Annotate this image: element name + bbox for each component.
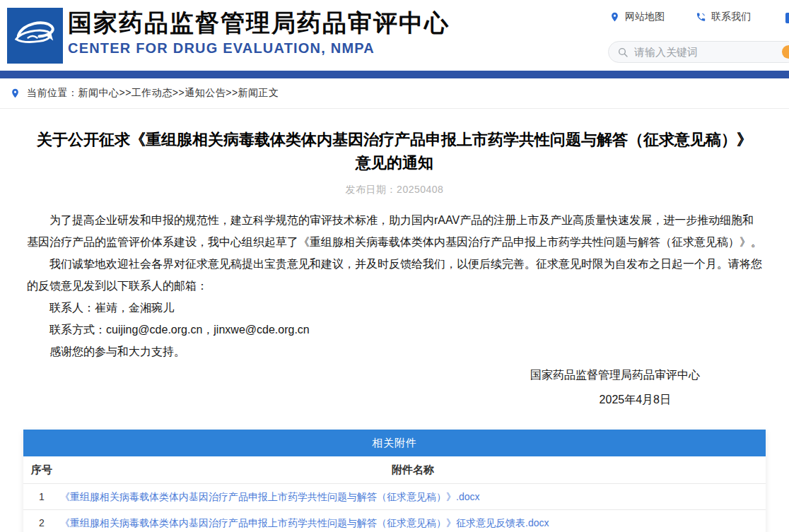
site-header: 国家药品监督管理局药品审评中心 CENTER FOR DRUG EVALUATI… — [0, 0, 789, 71]
location-pin-icon — [10, 87, 21, 100]
clipped-nav-item[interactable] — [785, 13, 789, 23]
breadcrumb-text: 当前位置：新闻中心>>工作动态>>通知公告>>新闻正文 — [27, 87, 279, 100]
signature-date: 2025年4月8日 — [27, 389, 762, 410]
attachments-header-row: 序号 附件名称 — [23, 456, 766, 483]
page-title: 关于公开征求《重组腺相关病毒载体类体内基因治疗产品申报上市药学共性问题与解答（征… — [27, 128, 762, 175]
paragraph: 为了提高企业研发和申报的规范性，建立科学规范的审评技术标准，助力国内rAAV产品… — [27, 209, 762, 253]
contact-names: 联系人：崔靖，金湘琬儿 — [27, 297, 762, 319]
site-title-zh: 国家药品监督管理局药品审评中心 — [68, 8, 450, 37]
attachment-link-2[interactable]: 《重组腺相关病毒载体类体内基因治疗产品申报上市药学共性问题与解答（征求意见稿）》… — [60, 517, 549, 528]
table-row: 2 《重组腺相关病毒载体类体内基因治疗产品申报上市药学共性问题与解答（征求意见稿… — [23, 509, 766, 532]
nav-sitemap[interactable]: 网站地图 — [609, 11, 665, 23]
table-row: 1 《重组腺相关病毒载体类体内基因治疗产品申报上市药学共性问题与解答（征求意见稿… — [23, 483, 766, 509]
publish-date: 发布日期：20250408 — [27, 184, 762, 196]
location-pin-icon — [609, 11, 620, 23]
phone-icon — [696, 11, 706, 23]
nav-contact-label: 联系我们 — [711, 11, 751, 23]
attachment-index: 2 — [23, 517, 60, 528]
column-header-index: 序号 — [23, 463, 60, 477]
breadcrumb: 当前位置：新闻中心>>工作动态>>通知公告>>新闻正文 — [0, 78, 789, 109]
paragraph: 我们诚挚地欢迎社会各界对征求意见稿提出宝贵意见和建议，并及时反馈给我们，以便后续… — [27, 253, 762, 297]
cde-logo[interactable] — [7, 8, 63, 64]
top-nav: 网站地图 联系我们 — [609, 11, 751, 23]
nav-sitemap-label: 网站地图 — [625, 11, 665, 23]
nav-contact[interactable]: 联系我们 — [696, 11, 751, 23]
attachments-title: 相关附件 — [23, 430, 766, 456]
attachments-table: 相关附件 序号 附件名称 1 《重组腺相关病毒载体类体内基因治疗产品申报上市药学… — [23, 430, 766, 532]
article-body: 为了提高企业研发和申报的规范性，建立科学规范的审评技术标准，助力国内rAAV产品… — [27, 209, 762, 362]
column-header-name: 附件名称 — [60, 463, 766, 477]
signature-org: 国家药品监督管理局药品审评中心 — [27, 364, 762, 386]
swan-logo-icon — [7, 8, 63, 64]
paragraph: 感谢您的参与和大力支持。 — [27, 341, 762, 362]
contact-emails: 联系方式：cuijing@cde.org.cn，jinxwe@cde.org.c… — [27, 319, 762, 341]
search-icon — [617, 47, 629, 58]
search-input[interactable] — [634, 46, 754, 58]
site-title-en: CENTER FOR DRUG EVALUATION, NMPA — [68, 40, 450, 57]
article: 关于公开征求《重组腺相关病毒载体类体内基因治疗产品申报上市药学共性问题与解答（征… — [0, 128, 789, 410]
attachment-link-1[interactable]: 《重组腺相关病毒载体类体内基因治疗产品申报上市药学共性问题与解答（征求意见稿）》… — [60, 491, 479, 502]
search-bar — [608, 41, 789, 63]
attachment-index: 1 — [23, 491, 60, 502]
header-divider-band — [0, 71, 789, 78]
